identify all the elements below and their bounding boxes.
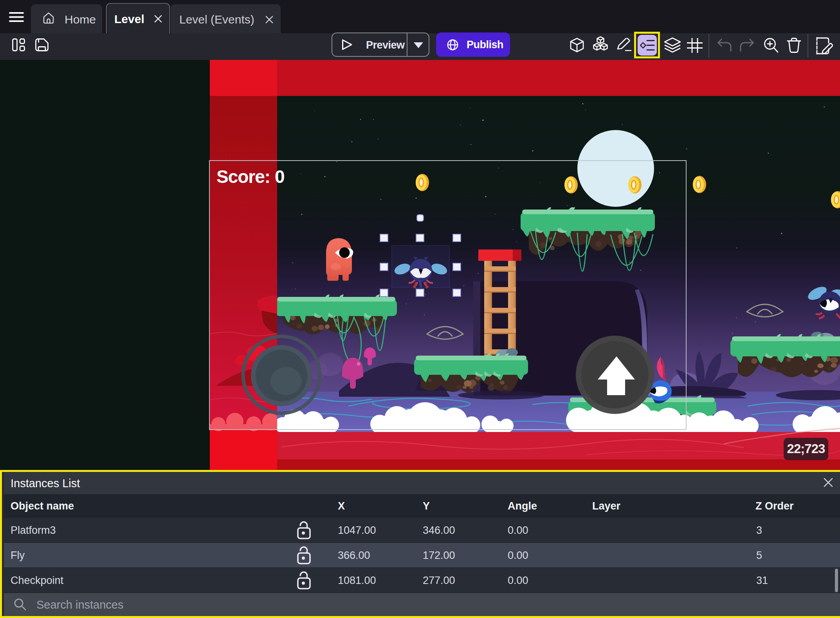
svg-text:22;723: 22;723 — [787, 441, 825, 456]
svg-text:Score: 0: Score: 0 — [216, 166, 285, 187]
